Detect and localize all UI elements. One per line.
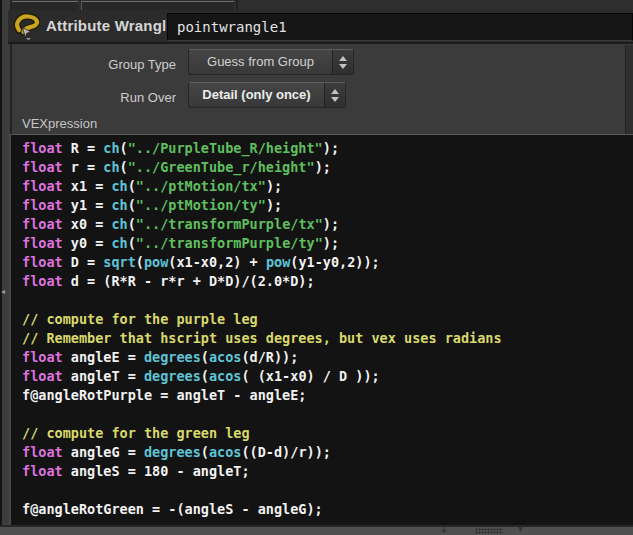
vexpression-label: VEXpression bbox=[22, 116, 97, 131]
node-name-input[interactable] bbox=[167, 13, 633, 41]
code-line: float y1 = ch("../ptMotion/ty"); bbox=[22, 196, 633, 215]
code-line: float angleT = degrees(acos( (x1-x0) / D… bbox=[22, 367, 633, 386]
group-type-dropdown[interactable]: Guess from Group bbox=[188, 49, 354, 75]
code-line: float angleG = degrees(acos((D-d)/r)); bbox=[22, 443, 633, 462]
grip-dots-icon[interactable] bbox=[475, 528, 503, 534]
node-header: Attribute Wrangle bbox=[8, 10, 633, 44]
code-line: float x0 = ch("../transformPurple/tx"); bbox=[22, 215, 633, 234]
code-line: float r = ch("../GreenTube_r/height"); bbox=[22, 158, 633, 177]
code-line: float d = (R*R - r*r + D*D)/(2.0*D); bbox=[22, 272, 633, 291]
code-line: float y0 = ch("../transformPurple/ty"); bbox=[22, 234, 633, 253]
code-line bbox=[22, 405, 633, 424]
run-over-value: Detail (only once) bbox=[189, 83, 324, 107]
arrow-up-icon bbox=[339, 56, 347, 61]
code-line: // compute for the green leg bbox=[22, 424, 633, 443]
param-pane-scroll-track[interactable] bbox=[625, 45, 633, 134]
code-line: float x1 = ch("../ptMotion/tx"); bbox=[22, 177, 633, 196]
gutter-collapse-arrow-icon[interactable]: ◂ bbox=[1, 288, 5, 296]
code-line: float D = sqrt(pow(x1-x0,2) + pow(y1-y0,… bbox=[22, 253, 633, 272]
group-type-value: Guess from Group bbox=[189, 50, 332, 74]
editor-bottom-bar: + ▼ bbox=[0, 525, 633, 535]
code-line: // compute for the purple leg bbox=[22, 310, 633, 329]
code-line: float R = ch("../PurpleTube_R/height"); bbox=[22, 139, 633, 158]
vex-code-editor[interactable]: float R = ch("../PurpleTube_R/height");f… bbox=[9, 134, 633, 527]
attribute-wrangle-icon bbox=[13, 12, 41, 40]
plus-icon[interactable]: + bbox=[441, 525, 447, 535]
pane-divider bbox=[236, 0, 238, 10]
code-line bbox=[22, 291, 633, 310]
spinner-arrows-icon[interactable] bbox=[332, 50, 353, 74]
run-over-label: Run Over bbox=[0, 90, 176, 105]
code-line: float angleS = 180 - angleT; bbox=[22, 462, 633, 481]
arrow-down-icon bbox=[331, 97, 339, 102]
code-line: f@angleRotGreen = -(angleS - angleG); bbox=[22, 500, 633, 519]
code-line bbox=[22, 481, 633, 500]
code-line: float angleE = degrees(acos(d/R)); bbox=[22, 348, 633, 367]
code-line: // Remember that hscript uses degrees, b… bbox=[22, 329, 633, 348]
code-line: f@angleRotPurple = angleT - angleE; bbox=[22, 386, 633, 405]
run-over-dropdown[interactable]: Detail (only once) bbox=[188, 82, 346, 108]
arrow-up-icon bbox=[331, 89, 339, 94]
arrow-down-icon bbox=[339, 64, 347, 69]
spinner-arrows-icon[interactable] bbox=[324, 83, 345, 107]
triangle-down-icon[interactable]: ▼ bbox=[516, 525, 525, 534]
group-type-label: Group Type bbox=[0, 57, 176, 72]
node-type-title: Attribute Wrangle bbox=[46, 17, 175, 34]
